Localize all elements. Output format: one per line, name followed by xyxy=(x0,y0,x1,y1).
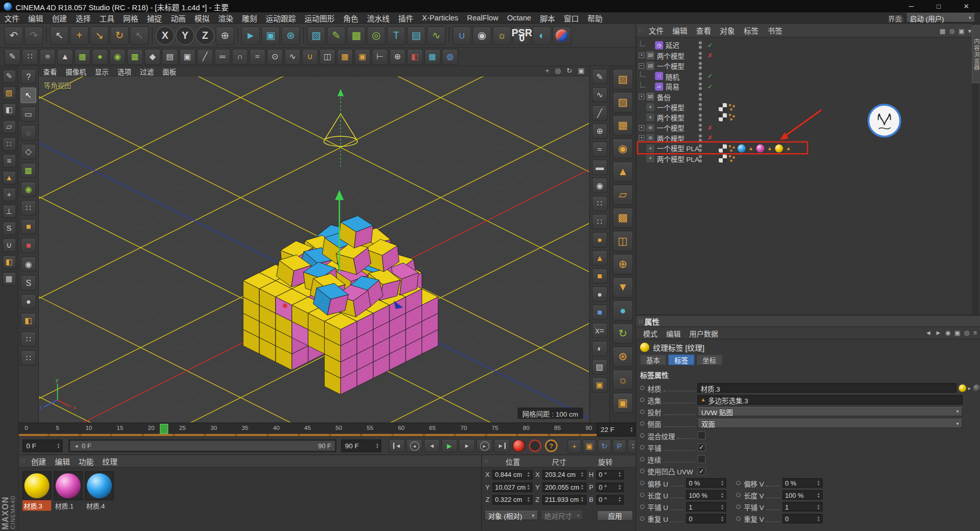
stepper-arrows-icon[interactable]: ▲▼ xyxy=(618,484,621,490)
menu-item[interactable]: 渲染 xyxy=(214,12,238,23)
uvw-tag[interactable] xyxy=(719,103,727,111)
text-spline-icon[interactable]: T xyxy=(387,26,406,45)
stepper-arrows-icon[interactable]: ▲▼ xyxy=(57,443,60,449)
object-row[interactable]: +两个模型 PLA xyxy=(636,154,973,164)
uv-value-field[interactable]: 100 %▲▼ xyxy=(686,490,726,499)
snap-mode-icon[interactable]: ∪ xyxy=(2,238,16,252)
size-field[interactable]: 211.933 cm▲▼ xyxy=(543,495,586,504)
axis-mode-icon[interactable]: ⊥ xyxy=(2,204,16,218)
enable-points-icon[interactable]: ∷ xyxy=(22,49,38,65)
sphere-gray-icon[interactable]: ● xyxy=(592,286,608,302)
coordinate-system-icon[interactable]: ⊕ xyxy=(215,26,234,45)
menu-item[interactable]: 角色 xyxy=(339,12,363,23)
object-row[interactable]: ∷随机✓ xyxy=(636,71,973,81)
object-manager-menu-item[interactable]: 标签 xyxy=(739,25,763,36)
point-selection-tag[interactable] xyxy=(728,155,737,163)
checkbox[interactable] xyxy=(698,431,706,440)
object-row[interactable]: +10两个模型✗ xyxy=(636,51,973,61)
menu-item[interactable]: 窗口 xyxy=(559,12,583,23)
mouse-mode-icon[interactable]: ◉ xyxy=(20,256,36,272)
goto-end-button[interactable]: ► xyxy=(494,439,510,453)
scale-tool-icon[interactable]: ↘ xyxy=(90,26,109,45)
material-menu-item[interactable]: 纹理 xyxy=(98,456,122,467)
zoom-view-icon[interactable]: ◎ xyxy=(555,67,561,75)
rotation-field[interactable]: 0 °▲▼ xyxy=(596,470,624,479)
solo-mode-icon[interactable]: S xyxy=(2,221,16,235)
tweak-mode-icon[interactable]: + xyxy=(2,187,16,201)
expander-icon[interactable]: − xyxy=(639,63,644,68)
uv-value-field[interactable]: 1▲▼ xyxy=(782,502,822,511)
stepper-arrows-icon[interactable]: ▲▼ xyxy=(581,471,584,477)
text-input[interactable]: 材质.3 xyxy=(698,383,957,393)
shader-ball-icon[interactable]: ● xyxy=(20,294,36,310)
size-field[interactable]: 200.055 cm▲▼ xyxy=(543,482,586,492)
anim-dot-icon[interactable] xyxy=(736,516,741,521)
cube-light-icon[interactable]: ☼ xyxy=(612,370,633,390)
anim-dot-icon[interactable] xyxy=(640,469,645,473)
material-thumbnail[interactable] xyxy=(22,471,51,500)
lock-icon[interactable]: ▣ xyxy=(954,329,961,336)
bridge-icon[interactable]: ∩ xyxy=(232,49,248,65)
weld-icon[interactable]: ⊙ xyxy=(267,49,283,65)
menu-item[interactable]: 捕捉 xyxy=(142,12,166,23)
dot-grid-icon[interactable]: ∷ xyxy=(20,331,36,347)
uvw-tag[interactable] xyxy=(719,113,727,122)
menu-item[interactable]: Octane xyxy=(503,13,536,22)
object-manager-menu-item[interactable]: 书签 xyxy=(763,25,787,36)
object-row[interactable]: −10一个模型 xyxy=(636,61,973,71)
make-editable-icon[interactable]: ✎ xyxy=(5,49,21,65)
visibility-dots[interactable] xyxy=(699,114,702,122)
text-input[interactable]: ▲多边形选集.3 xyxy=(698,395,963,404)
cube-sphere-icon[interactable]: ◉ xyxy=(612,138,633,159)
anim-dot-icon[interactable] xyxy=(640,398,645,402)
light-object-icon[interactable]: ☼ xyxy=(493,26,511,45)
material-preview-icon[interactable] xyxy=(959,384,966,392)
anim-dot-icon[interactable] xyxy=(736,493,741,497)
visibility-dots[interactable] xyxy=(699,93,702,101)
sphere-orange-icon[interactable]: ● xyxy=(592,232,608,248)
undo-icon[interactable]: ↶ xyxy=(5,26,23,45)
pan-view-icon[interactable]: + xyxy=(545,67,549,75)
history-back-icon[interactable]: ◄ xyxy=(925,329,932,336)
array-icon[interactable]: ▦ xyxy=(337,49,353,65)
stepper-arrows-icon[interactable]: ▲▼ xyxy=(817,480,820,486)
material-menu-item[interactable]: 编辑 xyxy=(51,456,75,467)
object-row[interactable]: +两个模型 xyxy=(636,112,973,123)
dice-icon[interactable]: ∷ xyxy=(20,350,36,366)
polygon-selection-tag[interactable]: ▲ xyxy=(747,144,755,153)
viewport-menu-item[interactable]: 查看 xyxy=(39,66,61,76)
texture-mode-icon[interactable]: ◧ xyxy=(2,103,16,117)
sphere-brush-icon[interactable]: ● xyxy=(92,49,108,65)
range-slider-handle[interactable]: ◄ 0 F 90 F xyxy=(70,441,335,451)
sculpt-pen-icon[interactable]: ✎ xyxy=(592,69,608,85)
move-tool-icon[interactable]: + xyxy=(70,26,89,45)
grid-add-icon[interactable]: ∷ xyxy=(20,200,36,216)
cube-gear-icon[interactable]: ⊛ xyxy=(612,346,633,367)
material-item[interactable]: 材质.4 xyxy=(85,471,114,511)
live-selection-icon[interactable]: ↖ xyxy=(50,26,69,45)
polygon-selection-tag[interactable]: ▲ xyxy=(785,144,793,153)
cube-plane-icon[interactable]: ▱ xyxy=(612,184,633,205)
viewport-canvas[interactable]: xyz xyxy=(39,66,590,423)
subdivide-icon[interactable]: ▩ xyxy=(127,49,143,65)
anim-dot-icon[interactable] xyxy=(640,504,645,509)
dropdown[interactable]: 双面▾ xyxy=(698,419,963,428)
sculpt-knife-icon[interactable]: ╱ xyxy=(592,105,608,121)
polygons-mode-icon[interactable]: ▲ xyxy=(2,171,16,184)
attribute-tab[interactable]: 基本 xyxy=(640,354,666,365)
fill-square-icon[interactable]: ■ xyxy=(20,219,36,235)
position-field[interactable]: 0.322 cm▲▼ xyxy=(493,495,532,504)
measure-icon[interactable]: ⊢ xyxy=(372,49,388,65)
material-tag[interactable] xyxy=(756,144,765,153)
spline-pen-icon[interactable]: ✎ xyxy=(327,26,346,45)
record-parameter-icon[interactable]: P xyxy=(612,440,626,453)
autokey-button[interactable] xyxy=(529,440,541,452)
object-row[interactable]: +⊛一个模型✗ xyxy=(636,123,973,133)
menu-item[interactable]: 网格 xyxy=(119,12,143,23)
lock-z-axis-icon[interactable]: Z xyxy=(195,26,214,45)
anim-dot-icon[interactable] xyxy=(640,457,645,462)
menu-item[interactable]: 帮助 xyxy=(583,12,607,23)
lock-y-axis-icon[interactable]: Y xyxy=(176,26,194,45)
dropdown[interactable]: UVW 贴图▾ xyxy=(698,407,963,416)
filter-icon[interactable]: ▦ xyxy=(940,27,946,34)
